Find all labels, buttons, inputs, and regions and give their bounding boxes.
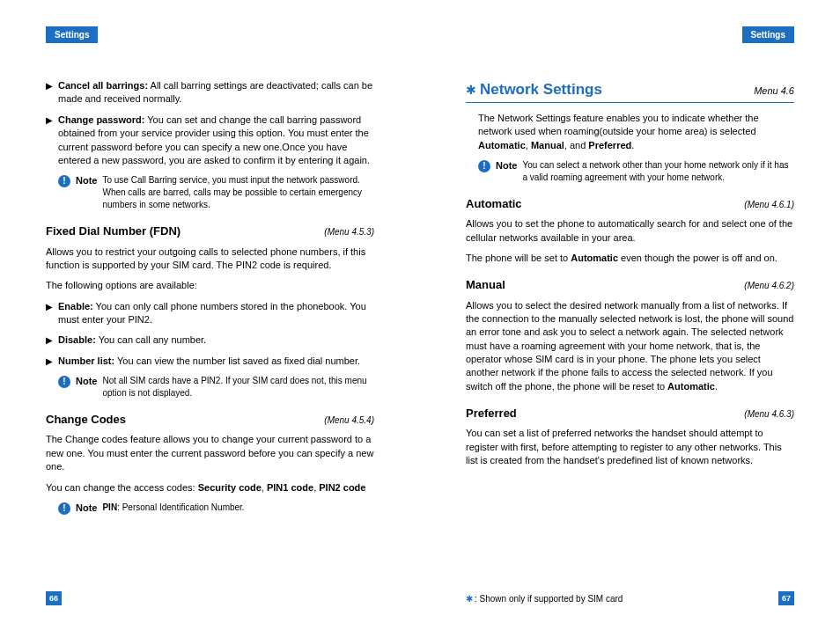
heading-automatic: Automatic (Menu 4.6.1): [466, 196, 794, 212]
note-call-barring: ! Note To use Call Barring service, you …: [58, 174, 374, 211]
page-spread: Settings ▶ Cancel all barrings: All call…: [0, 0, 840, 630]
bullet-disable: ▶ Disable: You can call any number.: [46, 333, 374, 347]
heading-manual: Manual (Menu 4.6.2): [466, 277, 794, 293]
fdn-paragraph-1: Allows you to restrict your outgoing cal…: [46, 245, 374, 273]
info-icon: !: [58, 175, 70, 187]
codes-paragraph-2: You can change the access codes: Securit…: [46, 481, 374, 494]
fdn-paragraph-2: The following options are available:: [46, 279, 374, 292]
footnote-sim: ✱: Shown only if supported by SIM card: [466, 594, 623, 604]
page-number-67: 67: [778, 591, 794, 605]
note-roaming: ! Note You can select a network other th…: [478, 159, 794, 184]
footer-right: ✱: Shown only if supported by SIM card 6…: [466, 591, 794, 605]
header-tab-right: Settings: [742, 26, 794, 43]
codes-paragraph-1: The Change codes feature allows you to c…: [46, 433, 374, 473]
footer-left: 66: [46, 591, 374, 605]
arrow-icon: ▶: [46, 333, 53, 347]
content-left: ▶ Cancel all barrings: All call barring …: [46, 79, 374, 525]
page-number-66: 66: [46, 591, 62, 605]
preferred-paragraph: You can set a list of preferred networks…: [466, 427, 794, 467]
section-network-settings: ✱Network Settings Menu 4.6: [466, 79, 794, 103]
note-pin2: ! Note Not all SIM cards have a PIN2. If…: [58, 375, 374, 399]
bullet-number-list: ▶ Number list: You can view the number l…: [46, 355, 374, 368]
heading-change-codes: Change Codes (Menu 4.5.4): [46, 412, 374, 428]
bullet-change-password: ▶ Change password: You can set and chang…: [46, 114, 374, 168]
automatic-paragraph-1: Allows you to set the phone to automatic…: [466, 217, 794, 245]
header-tab-left: Settings: [46, 26, 98, 43]
arrow-icon: ▶: [46, 114, 53, 168]
bullet-enable: ▶ Enable: You can only call phone number…: [46, 300, 374, 327]
info-icon: !: [478, 160, 490, 172]
content-right: ✱Network Settings Menu 4.6 The Network S…: [466, 79, 794, 475]
heading-preferred: Preferred (Menu 4.6.3): [466, 406, 794, 421]
arrow-icon: ▶: [46, 79, 53, 106]
page-66: Settings ▶ Cancel all barrings: All call…: [0, 0, 420, 630]
star-icon: ✱: [466, 83, 476, 97]
heading-fdn: Fixed Dial Number (FDN) (Menu 4.5.3): [46, 223, 374, 239]
info-icon: !: [58, 502, 70, 515]
network-intro: The Network Settings feature enables you…: [478, 112, 794, 152]
manual-paragraph: Allows you to select the desired network…: [466, 299, 794, 394]
star-icon: ✱: [466, 594, 473, 604]
bullet-cancel-barrings: ▶ Cancel all barrings: All call barring …: [46, 79, 374, 106]
page-67: Settings ✱Network Settings Menu 4.6 The …: [420, 0, 840, 630]
arrow-icon: ▶: [46, 300, 53, 327]
info-icon: !: [58, 376, 70, 388]
arrow-icon: ▶: [46, 355, 53, 368]
note-pin-definition: ! Note PIN: Personal Identification Numb…: [58, 502, 374, 515]
automatic-paragraph-2: The phone will be set to Automatic even …: [466, 252, 794, 265]
